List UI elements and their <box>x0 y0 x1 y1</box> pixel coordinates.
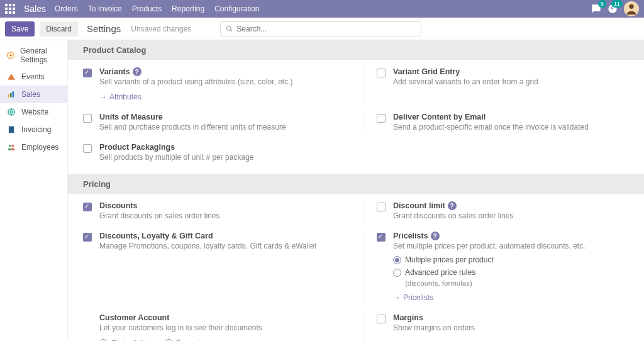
setting-desc: Let your customers log in to see their d… <box>99 323 348 332</box>
setting-title: Variant Grid Entry <box>393 67 460 76</box>
nav-configuration[interactable]: Configuration <box>214 4 259 13</box>
nav-products[interactable]: Products <box>132 4 162 13</box>
radio-icon <box>393 256 401 264</box>
radio-on-invitation[interactable]: On invitation <box>99 338 153 341</box>
page-title: Settings <box>87 23 121 34</box>
setting-desc: Sell and purchase products in different … <box>99 123 348 131</box>
sidebar-item-sales[interactable]: Sales <box>0 86 67 103</box>
setting-title: Customer Account <box>99 313 169 322</box>
setting-packagings: Product Packagings Sell products by mult… <box>83 143 348 162</box>
radio-advanced-rules[interactable]: Advanced price rules <box>393 268 629 277</box>
sidebar-item-label: General Settings <box>20 47 61 64</box>
checkbox-discount-limit[interactable] <box>377 203 386 211</box>
help-icon[interactable]: ? <box>133 67 142 76</box>
setting-loyalty: Discounts, Loyalty & Gift Card Manage Pr… <box>83 232 348 302</box>
help-icon[interactable]: ? <box>431 232 440 240</box>
setting-desc: Grant discounts on sales order lines <box>99 211 348 220</box>
sidebar-item-events[interactable]: Events <box>0 68 67 86</box>
settings-content: Product Catalog Variants ? Sell variants… <box>68 40 644 341</box>
nav-reporting[interactable]: Reporting <box>172 4 204 13</box>
sidebar-item-general[interactable]: General Settings <box>0 43 67 68</box>
sidebar-item-label: Events <box>21 72 45 81</box>
checkbox-pricelists[interactable] <box>377 233 386 242</box>
setting-desc: Add several variants to an order from a … <box>393 77 629 86</box>
sidebar-item-employees[interactable]: Employees <box>0 138 67 156</box>
setting-title: Discount limit <box>393 201 445 210</box>
checkbox-loyalty[interactable] <box>83 233 92 242</box>
chat-badge: 5 <box>598 0 606 8</box>
checkbox-uom[interactable] <box>83 114 92 123</box>
setting-title: Units of Measure <box>99 113 163 121</box>
radio-multiple-prices[interactable]: Multiple prices per product <box>393 255 629 264</box>
control-panel: Save Discard Settings Unsaved changes <box>0 18 644 40</box>
app-brand[interactable]: Sales <box>24 4 46 14</box>
nav-to-invoice[interactable]: To Invoice <box>88 4 122 13</box>
svg-point-7 <box>9 145 11 147</box>
sidebar-item-label: Invoicing <box>21 125 51 134</box>
setting-variant-grid: Variant Grid Entry Add several variants … <box>364 67 629 101</box>
website-icon <box>6 107 16 117</box>
unsaved-status: Unsaved changes <box>131 25 191 33</box>
checkbox-deliver-email[interactable] <box>377 114 386 123</box>
setting-discount-limit: Discount limit ? Grant discounts on sale… <box>364 201 629 220</box>
setting-desc: Sell variants of a product using attribu… <box>99 77 348 86</box>
help-icon[interactable]: ? <box>448 201 457 210</box>
sidebar-item-invoicing[interactable]: Invoicing <box>0 121 67 138</box>
svg-rect-6 <box>9 126 14 133</box>
radio-icon <box>393 269 401 277</box>
setting-desc: Grant discounts on sales order lines <box>393 211 629 220</box>
radio-free-signup[interactable]: Free sign up <box>165 338 219 341</box>
setting-title: Discounts, Loyalty & Gift Card <box>99 232 213 240</box>
avatar[interactable] <box>624 1 639 16</box>
nav-menu: Orders To Invoice Products Reporting Con… <box>55 4 260 13</box>
svg-rect-2 <box>8 94 9 98</box>
discard-button[interactable]: Discard <box>40 21 78 36</box>
link-attributes[interactable]: Attributes <box>99 92 348 101</box>
search-input[interactable] <box>236 25 416 33</box>
sidebar-item-label: Sales <box>21 90 40 99</box>
setting-discounts: Discounts Grant discounts on sales order… <box>83 201 348 220</box>
svg-point-8 <box>12 145 14 147</box>
checkbox-packagings[interactable] <box>83 144 92 153</box>
link-pricelists[interactable]: Pricelists <box>393 293 629 302</box>
setting-margins: Margins Show margins on orders <box>364 313 629 341</box>
setting-desc: Show margins on orders <box>393 323 629 332</box>
checkbox-discounts[interactable] <box>83 203 92 211</box>
activities-icon[interactable]: 11 <box>608 4 618 14</box>
setting-title: Variants <box>99 67 130 76</box>
setting-uom: Units of Measure Sell and purchase produ… <box>83 113 348 131</box>
section-header-catalog: Product Catalog <box>68 40 644 60</box>
section-header-pricing: Pricing <box>68 174 644 194</box>
setting-variants: Variants ? Sell variants of a product us… <box>83 67 348 101</box>
chat-icon[interactable]: 5 <box>591 4 601 14</box>
svg-rect-3 <box>10 93 11 98</box>
svg-rect-4 <box>13 91 14 97</box>
setting-title: Product Packagings <box>99 143 175 152</box>
sidebar-item-website[interactable]: Website <box>0 103 67 121</box>
invoicing-icon <box>6 125 16 135</box>
checkbox-variant-grid[interactable] <box>377 69 386 77</box>
checkbox-variants[interactable] <box>83 69 92 77</box>
events-icon <box>6 72 16 82</box>
settings-sidebar: General Settings Events Sales Website In… <box>0 40 68 341</box>
setting-title: Deliver Content by Email <box>393 113 486 121</box>
setting-desc: Manage Promotions, coupons, loyalty card… <box>99 242 348 250</box>
setting-title: Discounts <box>99 201 137 210</box>
apps-icon[interactable] <box>5 4 15 14</box>
setting-desc: Set multiple prices per product, automat… <box>393 242 629 250</box>
radio-sub: (discounts, formulas) <box>405 279 629 287</box>
gear-icon <box>6 50 15 60</box>
setting-customer-account: Customer Account Let your customers log … <box>83 313 348 341</box>
setting-pricelists: Pricelists ? Set multiple prices per pro… <box>364 232 629 302</box>
sales-icon <box>6 89 16 99</box>
checkbox-margins[interactable] <box>377 315 386 323</box>
setting-desc: Sell products by multiple of unit # per … <box>99 153 348 162</box>
svg-point-1 <box>9 54 12 57</box>
setting-desc: Send a product-specific email once the i… <box>393 123 629 131</box>
search-box[interactable] <box>220 21 421 36</box>
setting-title: Pricelists <box>393 232 428 240</box>
sidebar-item-label: Website <box>21 108 48 116</box>
save-button[interactable]: Save <box>5 21 35 36</box>
setting-title: Margins <box>393 313 423 322</box>
nav-orders[interactable]: Orders <box>55 4 78 13</box>
